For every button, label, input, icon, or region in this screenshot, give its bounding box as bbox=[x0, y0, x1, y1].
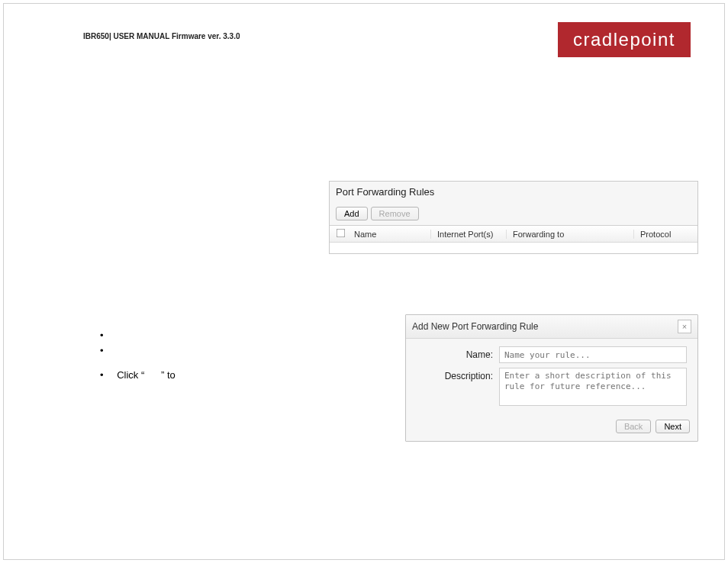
add-button[interactable]: Add bbox=[336, 207, 368, 220]
select-all-checkbox-input[interactable] bbox=[337, 229, 346, 238]
document-header: IBR650| USER MANUAL Firmware ver. 3.3.0 bbox=[83, 32, 240, 40]
table-header-row: Name Internet Port(s) Forwarding to Prot… bbox=[330, 226, 697, 243]
column-internet-ports: Internet Port(s) bbox=[431, 230, 507, 239]
modal-titlebar: Add New Port Forwarding Rule × bbox=[406, 315, 697, 339]
bullet-step-suffix: ” to bbox=[161, 369, 176, 381]
bullet-item-3: Click “ ” to bbox=[100, 368, 176, 383]
modal-body: Name: Description: bbox=[406, 339, 697, 413]
description-label: Description: bbox=[417, 368, 499, 406]
name-label: Name: bbox=[417, 346, 499, 363]
column-protocol: Protocol bbox=[634, 230, 691, 239]
page-frame: IBR650| USER MANUAL Firmware ver. 3.3.0 … bbox=[3, 3, 725, 560]
modal-button-bar: Back Next bbox=[406, 413, 697, 441]
back-button[interactable]: Back bbox=[616, 420, 651, 433]
description-input[interactable] bbox=[499, 368, 687, 406]
brand-logo: cradlepoint bbox=[558, 22, 691, 57]
column-forwarding-to: Forwarding to bbox=[507, 230, 634, 239]
instruction-bullets: Click “ ” to bbox=[100, 328, 176, 383]
panel-toolbar: Add Remove bbox=[330, 204, 697, 225]
panel-title: Port Forwarding Rules bbox=[330, 182, 697, 204]
close-icon[interactable]: × bbox=[678, 320, 691, 333]
name-input[interactable] bbox=[499, 346, 687, 363]
port-forwarding-rules-panel: Port Forwarding Rules Add Remove Name In… bbox=[329, 181, 698, 254]
bullet-step-prefix: Click “ bbox=[117, 369, 144, 381]
column-name: Name bbox=[351, 230, 431, 239]
add-rule-modal: Add New Port Forwarding Rule × Name: Des… bbox=[405, 314, 698, 442]
remove-button[interactable]: Remove bbox=[371, 207, 419, 220]
rules-table: Name Internet Port(s) Forwarding to Prot… bbox=[330, 225, 697, 253]
select-all-checkbox[interactable] bbox=[336, 228, 351, 240]
table-empty-row bbox=[330, 243, 697, 253]
bullet-item-1 bbox=[100, 328, 176, 343]
form-row-description: Description: bbox=[417, 368, 687, 406]
bullet-item-2 bbox=[100, 343, 176, 359]
form-row-name: Name: bbox=[417, 346, 687, 363]
next-button[interactable]: Next bbox=[656, 420, 690, 433]
modal-title: Add New Port Forwarding Rule bbox=[412, 321, 678, 332]
